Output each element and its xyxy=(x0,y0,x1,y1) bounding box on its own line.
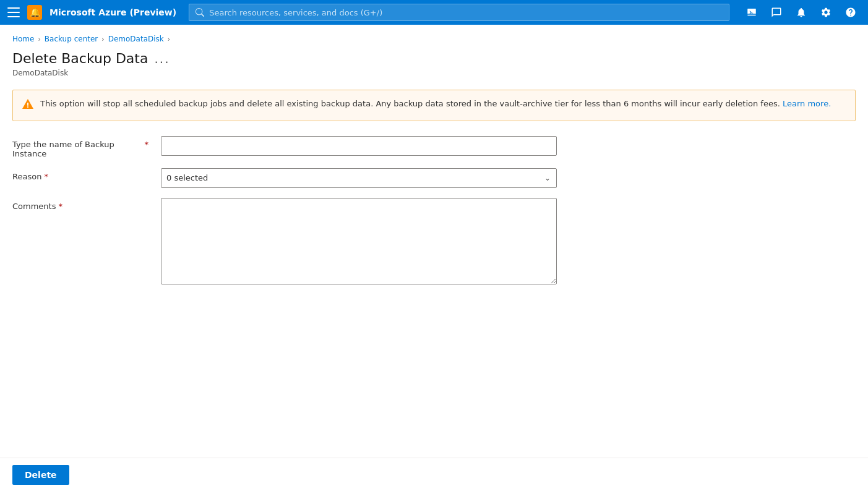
breadcrumb-demo-data-disk[interactable]: DemoDataDisk xyxy=(108,35,164,43)
reason-select[interactable]: 0 selected xyxy=(161,168,557,188)
required-star-3: * xyxy=(58,202,62,211)
svg-text:!: ! xyxy=(26,101,29,109)
bottom-bar: Delete xyxy=(0,458,868,491)
breadcrumb-sep-2: › xyxy=(101,35,104,43)
reason-select-wrapper: 0 selected ⌄ xyxy=(161,168,557,188)
comments-textarea[interactable] xyxy=(161,198,557,284)
cloud-shell-icon[interactable] xyxy=(742,2,762,22)
reason-label: Reason * xyxy=(12,168,148,181)
backup-instance-row: Type the name of Backup Instance * xyxy=(12,136,856,158)
page-title-row: Delete Backup Data ... xyxy=(12,51,856,66)
breadcrumb-backup-center[interactable]: Backup center xyxy=(45,35,98,43)
warning-banner: ! This option will stop all scheduled ba… xyxy=(12,90,856,121)
comments-row: Comments * xyxy=(12,198,856,284)
warning-text: This option will stop all scheduled back… xyxy=(40,98,831,110)
breadcrumb-sep-1: › xyxy=(38,35,40,43)
main-content: Home › Backup center › DemoDataDisk › De… xyxy=(0,25,868,458)
page-subtitle: DemoDataDisk xyxy=(12,69,856,77)
required-star-1: * xyxy=(145,140,149,149)
learn-more-link[interactable]: Learn more. xyxy=(783,99,831,108)
backup-instance-input[interactable] xyxy=(161,136,557,156)
search-placeholder: Search resources, services, and docs (G+… xyxy=(209,8,382,17)
breadcrumb: Home › Backup center › DemoDataDisk › xyxy=(12,35,856,43)
reason-row: Reason * 0 selected ⌄ xyxy=(12,168,856,188)
warning-triangle-icon: ! xyxy=(22,98,34,113)
notifications-icon[interactable] xyxy=(791,2,811,22)
page-title: Delete Backup Data xyxy=(12,51,148,66)
required-star-2: * xyxy=(44,172,48,181)
topbar: 🔔 Microsoft Azure (Preview) Search resou… xyxy=(0,0,868,25)
app-title: Microsoft Azure (Preview) xyxy=(49,7,176,17)
feedback-icon[interactable] xyxy=(767,2,786,22)
page-more-options-button[interactable]: ... xyxy=(154,51,170,66)
search-bar[interactable]: Search resources, services, and docs (G+… xyxy=(189,4,729,21)
delete-button[interactable]: Delete xyxy=(12,465,69,485)
topbar-actions xyxy=(742,2,861,22)
search-icon xyxy=(196,8,204,17)
hamburger-menu[interactable] xyxy=(7,7,20,17)
settings-icon[interactable] xyxy=(816,2,836,22)
breadcrumb-sep-3: › xyxy=(168,35,170,43)
backup-instance-label: Type the name of Backup Instance * xyxy=(12,136,148,158)
help-icon[interactable] xyxy=(841,2,861,22)
breadcrumb-home[interactable]: Home xyxy=(12,35,34,43)
comments-label: Comments * xyxy=(12,198,148,211)
azure-bell-icon: 🔔 xyxy=(27,5,42,20)
